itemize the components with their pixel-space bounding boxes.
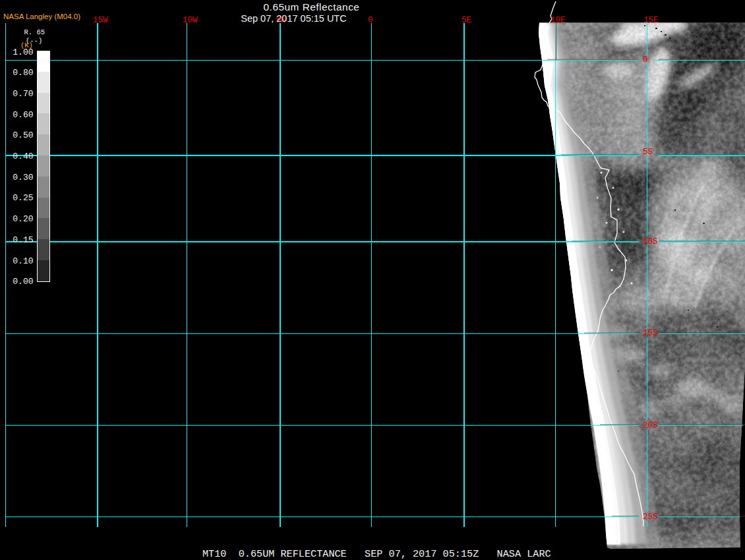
svg-text:NASA Langley (M04.0): NASA Langley (M04.0) — [3, 13, 80, 20]
svg-text:0.80: 0.80 — [13, 68, 33, 78]
svg-text:Sep 07, 2017 05:15 UTC: Sep 07, 2017 05:15 UTC — [241, 13, 346, 24]
svg-text:0.60: 0.60 — [13, 110, 33, 120]
svg-text:0.30: 0.30 — [13, 173, 33, 182]
svg-text:25S: 25S — [643, 513, 658, 522]
svg-text:0: 0 — [643, 55, 648, 65]
svg-text:15S: 15S — [643, 329, 658, 338]
svg-text:MT10 0.65UM REFLECTANCE SEP: MT10 0.65UM REFLECTANCE SEP 07, 2017 05:… — [202, 548, 551, 560]
svg-text:15W: 15W — [93, 16, 108, 25]
svg-text:R. 65: R. 65 — [24, 28, 45, 36]
svg-text:0.15: 0.15 — [13, 235, 33, 245]
svg-text:10E: 10E — [551, 16, 566, 25]
svg-text:20S: 20S — [643, 421, 658, 430]
svg-text:0.50: 0.50 — [13, 130, 33, 140]
svg-text:5S: 5S — [643, 148, 653, 157]
svg-text:0.00: 0.00 — [13, 277, 33, 287]
svg-text:15E: 15E — [643, 16, 659, 25]
svg-text:0.40: 0.40 — [13, 152, 33, 161]
svg-text:0.25: 0.25 — [13, 193, 33, 203]
svg-text:10S: 10S — [643, 237, 658, 246]
svg-text:0.20: 0.20 — [13, 214, 33, 224]
svg-text:0.10: 0.10 — [13, 256, 33, 266]
svg-text:5E: 5E — [462, 16, 471, 25]
svg-text:10W: 10W — [183, 16, 198, 25]
svg-text:0.65um Reflectance: 0.65um Reflectance — [264, 1, 360, 13]
svg-text:1.00: 1.00 — [13, 47, 33, 57]
svg-text:0.70: 0.70 — [13, 89, 33, 99]
svg-text:0: 0 — [368, 16, 373, 25]
